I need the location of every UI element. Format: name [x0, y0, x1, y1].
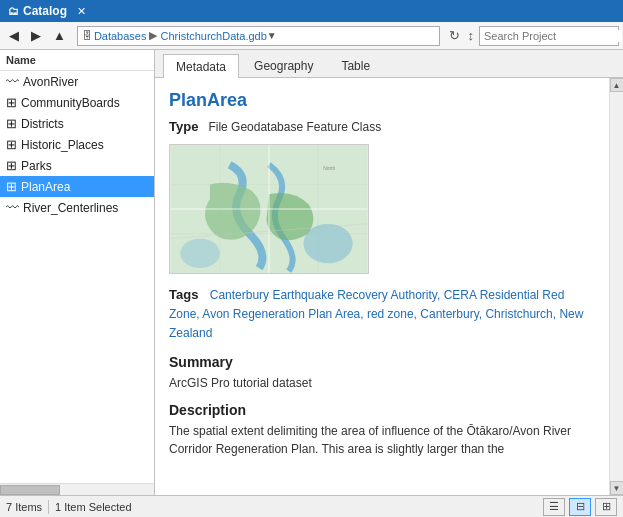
sidebar-item-label-districts: Districts — [21, 117, 64, 131]
description-section: Description The spatial extent delimitin… — [169, 402, 595, 458]
svg-text:North: North — [323, 166, 335, 171]
sidebar-item-label-historic-places: Historic_Places — [21, 138, 104, 152]
sidebar-item-community-boards[interactable]: ⊞CommunityBoards — [0, 92, 154, 113]
map-svg: North — [170, 145, 368, 273]
tags-section: Tags Canterbury Earthquake Recovery Auth… — [169, 286, 595, 344]
scroll-up-button[interactable]: ▲ — [610, 78, 624, 92]
view-buttons: ☰⊟⊞ — [541, 498, 617, 516]
summary-title: Summary — [169, 354, 595, 370]
separator-1: ▶ — [149, 29, 157, 42]
status-bar: 7 Items 1 Item Selected ☰⊟⊞ — [0, 495, 623, 517]
sidebar-item-label-community-boards: CommunityBoards — [21, 96, 120, 110]
sort-button[interactable]: ↕ — [465, 26, 478, 45]
sidebar-item-label-avon-river: AvonRiver — [23, 75, 78, 89]
sidebar-item-river-centerlines[interactable]: 〰River_Centerlines — [0, 197, 154, 218]
search-bar: 🔍 — [479, 26, 619, 46]
tags-content: Canterbury Earthquake Recovery Authority… — [169, 288, 583, 340]
sidebar-scrollbar-thumb — [0, 485, 60, 495]
item-icon-districts: ⊞ — [6, 116, 17, 131]
items-count: 7 Items — [6, 501, 42, 513]
forward-button[interactable]: ▶ — [26, 25, 46, 46]
item-icon-plan-area: ⊞ — [6, 179, 17, 194]
breadcrumb-databases[interactable]: Databases — [94, 30, 147, 42]
view-list-button[interactable]: ☰ — [543, 498, 565, 516]
content-area: MetadataGeographyTable PlanArea Type Fil… — [155, 50, 623, 495]
sidebar-item-label-plan-area: PlanArea — [21, 180, 70, 194]
path-dropdown-button[interactable]: ▼ — [267, 30, 277, 41]
view-tiles-button[interactable]: ⊞ — [595, 498, 617, 516]
sidebar: Name 〰AvonRiver⊞CommunityBoards⊞District… — [0, 50, 155, 495]
breadcrumb-gdb[interactable]: ChristchurchData.gdb — [160, 30, 266, 42]
description-text: The spatial extent delimiting the area o… — [169, 422, 595, 458]
item-icon-river-centerlines: 〰 — [6, 200, 19, 215]
sidebar-item-label-river-centerlines: River_Centerlines — [23, 201, 118, 215]
item-icon-historic-places: ⊞ — [6, 137, 17, 152]
selected-count: 1 Item Selected — [55, 501, 131, 513]
tab-table[interactable]: Table — [328, 54, 383, 77]
description-title: Description — [169, 402, 595, 418]
svg-point-8 — [303, 224, 352, 263]
tab-metadata[interactable]: Metadata — [163, 54, 239, 78]
summary-text: ArcGIS Pro tutorial dataset — [169, 374, 595, 392]
refresh-button[interactable]: ↻ — [446, 26, 463, 45]
database-icon: 🗄 — [82, 30, 92, 41]
scroll-right: ▲ ▼ — [609, 78, 623, 495]
toolbar: ◀ ▶ ▲ 🗄 Databases ▶ ChristchurchData.gdb… — [0, 22, 623, 50]
sidebar-item-historic-places[interactable]: ⊞Historic_Places — [0, 134, 154, 155]
close-button[interactable]: ✕ — [75, 5, 88, 18]
sidebar-item-label-parks: Parks — [21, 159, 52, 173]
type-value: File Geodatabase Feature Class — [208, 120, 381, 134]
content-body: PlanArea Type File Geodatabase Feature C… — [155, 78, 609, 495]
status-divider — [48, 500, 49, 514]
back-button[interactable]: ◀ — [4, 25, 24, 46]
type-label: Type — [169, 119, 198, 134]
view-detail-button[interactable]: ⊟ — [569, 498, 591, 516]
item-icon-avon-river: 〰 — [6, 74, 19, 89]
type-row: Type File Geodatabase Feature Class — [169, 119, 595, 134]
item-icon-parks: ⊞ — [6, 158, 17, 173]
summary-section: Summary ArcGIS Pro tutorial dataset — [169, 354, 595, 392]
catalog-icon: 🗂 — [8, 5, 19, 17]
map-thumbnail: North — [169, 144, 369, 274]
sidebar-scrollbar[interactable] — [0, 483, 154, 495]
sidebar-header: Name — [0, 50, 154, 71]
title-text: Catalog — [23, 4, 67, 18]
sidebar-item-parks[interactable]: ⊞Parks — [0, 155, 154, 176]
sidebar-item-avon-river[interactable]: 〰AvonRiver — [0, 71, 154, 92]
main-layout: Name 〰AvonRiver⊞CommunityBoards⊞District… — [0, 50, 623, 495]
item-icon-community-boards: ⊞ — [6, 95, 17, 110]
up-button[interactable]: ▲ — [48, 25, 71, 46]
sidebar-item-districts[interactable]: ⊞Districts — [0, 113, 154, 134]
tags-label: Tags — [169, 287, 198, 302]
path-bar: 🗄 Databases ▶ ChristchurchData.gdb ▼ — [77, 26, 440, 46]
content-title: PlanArea — [169, 90, 595, 111]
scroll-track — [610, 92, 624, 481]
search-input[interactable] — [484, 30, 622, 42]
scroll-down-button[interactable]: ▼ — [610, 481, 624, 495]
sidebar-items: 〰AvonRiver⊞CommunityBoards⊞Districts⊞His… — [0, 71, 154, 483]
tab-geography[interactable]: Geography — [241, 54, 326, 77]
tabs: MetadataGeographyTable — [155, 50, 623, 78]
title-bar: 🗂 Catalog ✕ — [0, 0, 623, 22]
sidebar-item-plan-area[interactable]: ⊞PlanArea — [0, 176, 154, 197]
svg-point-9 — [180, 239, 219, 269]
